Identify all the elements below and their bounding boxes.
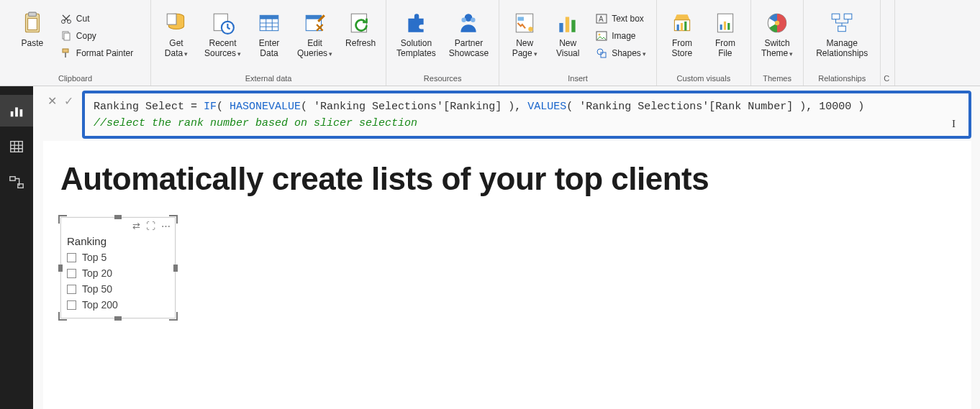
data-view-button[interactable] — [0, 131, 33, 162]
ribbon: Paste Cut Copy Format Painter Clipboard — [0, 0, 980, 86]
model-view-button[interactable] — [0, 167, 33, 198]
manage-relationships-button[interactable]: Manage Relationships — [809, 8, 874, 73]
report-view-button[interactable] — [0, 95, 33, 127]
refresh-icon — [348, 11, 373, 35]
page-title: Automatically create lists of your top c… — [60, 161, 954, 197]
slicer-item[interactable]: Top 5 — [67, 252, 169, 263]
resize-handle[interactable] — [169, 215, 178, 224]
slicer-item[interactable]: Top 50 — [67, 283, 169, 295]
slicer-item-label: Top 20 — [82, 267, 112, 279]
from-file-button[interactable]: From File — [706, 8, 745, 73]
resize-handle[interactable] — [114, 215, 122, 219]
chevron-down-icon: ▾ — [237, 50, 241, 58]
checkbox-icon[interactable] — [67, 253, 76, 262]
solution-templates-button[interactable]: Solution Templates — [392, 8, 440, 73]
from-store-button[interactable]: From Store — [663, 8, 702, 73]
group-custom-visuals: From Store From File Custom visuals — [657, 0, 751, 86]
chevron-down-icon: ▾ — [534, 50, 537, 58]
shapes-label: Shapes▾ — [612, 48, 646, 58]
copy-button[interactable]: Copy — [56, 28, 137, 44]
paintbrush-icon — [60, 47, 72, 59]
svg-point-31 — [597, 49, 603, 55]
get-data-button[interactable]: Get Data▾ — [157, 8, 196, 73]
svg-rect-16 — [306, 15, 321, 19]
file-chart-icon — [713, 11, 738, 35]
enter-data-label: Enter Data — [259, 38, 280, 59]
group-relationships: Manage Relationships Relationships — [804, 0, 881, 86]
resize-handle[interactable] — [173, 265, 178, 272]
svg-point-42 — [775, 21, 779, 25]
manage-relationships-label: Manage Relationships — [816, 38, 868, 59]
svg-rect-49 — [11, 142, 23, 152]
group-label-resources: Resources — [392, 73, 493, 86]
image-label: Image — [612, 31, 635, 41]
svg-rect-51 — [18, 184, 23, 188]
puzzle-icon — [404, 11, 428, 35]
svg-rect-36 — [684, 22, 686, 31]
formula-input[interactable]: Ranking Select = IF( HASONEVALUE( 'Ranki… — [82, 91, 971, 139]
palette-icon — [765, 11, 789, 35]
formula-cancel-button[interactable]: ✕ — [47, 94, 57, 108]
text-box-button[interactable]: A Text box — [591, 11, 650, 27]
resize-handle[interactable] — [114, 316, 122, 321]
image-button[interactable]: Image — [591, 28, 650, 44]
cut-button[interactable]: Cut — [56, 11, 137, 27]
paste-button[interactable]: Paste — [13, 8, 52, 73]
report-canvas[interactable]: Automatically create lists of your top c… — [43, 141, 971, 409]
svg-rect-34 — [676, 24, 679, 31]
group-label-insert: Insert — [505, 73, 650, 86]
svg-rect-50 — [10, 177, 15, 181]
ranking-slicer[interactable]: ⇄ ⛶ ⋯ Ranking Top 5 Top 20 Top 50 Top 20… — [60, 217, 176, 318]
resize-handle[interactable] — [58, 312, 67, 321]
cut-label: Cut — [76, 14, 90, 24]
partner-showcase-label: Partner Showcase — [449, 38, 489, 59]
format-painter-button[interactable]: Format Painter — [56, 45, 137, 61]
svg-rect-25 — [566, 17, 569, 32]
relationships-icon — [830, 11, 854, 35]
focus-mode-icon[interactable]: ⛶ — [146, 221, 155, 231]
store-icon — [670, 11, 694, 35]
svg-rect-10 — [167, 14, 176, 24]
resize-handle[interactable] — [58, 215, 67, 224]
new-page-button[interactable]: New Page▾ — [505, 8, 544, 73]
copy-icon — [60, 30, 72, 42]
table-grid-icon — [9, 139, 24, 155]
scissors-icon — [60, 13, 72, 24]
new-visual-button[interactable]: New Visual — [548, 8, 587, 73]
switch-theme-button[interactable]: Switch Theme▾ — [757, 8, 797, 73]
from-store-label: From Store — [672, 38, 693, 59]
recent-sources-button[interactable]: Recent Sources▾ — [200, 8, 245, 73]
resize-handle[interactable] — [169, 312, 178, 321]
checkbox-icon[interactable] — [67, 285, 76, 294]
resize-handle[interactable] — [58, 265, 63, 272]
formula-commit-button[interactable]: ✓ — [64, 94, 73, 108]
edit-queries-button[interactable]: Edit Queries▾ — [293, 8, 337, 73]
table-icon — [257, 11, 281, 35]
formula-comment: //select the rank number based on slicer… — [94, 116, 960, 132]
bar-chart-icon — [9, 103, 24, 119]
checkbox-icon[interactable] — [67, 269, 76, 278]
recent-icon — [211, 11, 235, 35]
refresh-button[interactable]: Refresh — [341, 8, 380, 73]
group-resources: Solution Templates Partner Showcase Reso… — [386, 0, 499, 86]
slicer-item[interactable]: Top 200 — [67, 299, 169, 311]
paste-label: Paste — [21, 38, 43, 48]
slicer-clear-icon[interactable]: ⇄ — [132, 221, 140, 231]
svg-point-20 — [471, 18, 476, 22]
formula-bar: ✕ ✓ Ranking Select = IF( HASONEVALUE( 'R… — [43, 91, 971, 134]
slicer-list: Top 5 Top 20 Top 50 Top 200 — [61, 252, 175, 318]
new-page-label: New Page▾ — [512, 38, 537, 59]
new-page-icon — [512, 11, 537, 35]
svg-rect-43 — [832, 14, 840, 19]
copy-label: Copy — [76, 31, 96, 41]
shapes-button[interactable]: Shapes▾ — [591, 45, 650, 61]
svg-rect-35 — [681, 23, 683, 31]
checkbox-icon[interactable] — [67, 300, 76, 310]
group-calculations: C — [881, 0, 895, 86]
svg-rect-8 — [65, 52, 66, 58]
partner-showcase-button[interactable]: Partner Showcase — [445, 8, 493, 73]
group-label-external-data: External data — [157, 73, 380, 86]
chevron-down-icon: ▾ — [329, 50, 332, 58]
enter-data-button[interactable]: Enter Data — [250, 8, 289, 73]
slicer-item[interactable]: Top 20 — [67, 267, 169, 279]
